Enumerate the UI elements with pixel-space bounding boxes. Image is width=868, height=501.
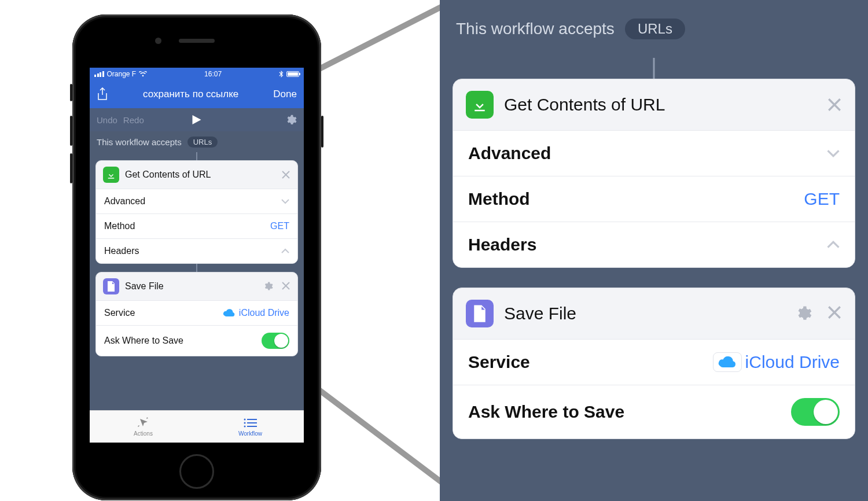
action-card-save-file[interactable]: Save File Service (95, 272, 298, 356)
row-service-zoom[interactable]: Service iCloud Drive (453, 339, 855, 385)
tab-actions[interactable]: Actions (90, 411, 197, 443)
row-ask-where-to-save-zoom[interactable]: Ask Where to Save (453, 385, 855, 439)
row-label: Advanced (104, 196, 145, 207)
iphone-mockup: Orange F 16:07 сохранить (72, 14, 321, 500)
icloud-icon (223, 308, 236, 318)
download-icon (103, 167, 119, 183)
workflow-accepts-bar-zoom[interactable]: This workflow accepts URLs (440, 0, 868, 58)
close-icon[interactable] (827, 305, 842, 322)
action-title: Save File (125, 281, 164, 292)
svg-rect-3 (247, 419, 257, 420)
row-label: Ask Where to Save (468, 402, 624, 422)
home-button[interactable] (179, 454, 214, 489)
carrier-label: Orange F (107, 70, 137, 78)
workflow-canvas: Get Contents of URL Advanced (90, 152, 304, 410)
wifi-icon (139, 71, 147, 77)
action-title: Get Contents of URL (125, 170, 211, 180)
accepts-label: This workflow accepts (456, 20, 615, 38)
icloud-icon (713, 352, 742, 372)
row-label: Advanced (468, 143, 551, 163)
accepts-label: This workflow accepts (97, 137, 182, 147)
svg-rect-5 (247, 426, 257, 427)
editor-toolbar: Undo Redo (90, 108, 304, 131)
accepts-type-pill: URLs (625, 19, 685, 39)
play-button[interactable] (192, 115, 202, 125)
battery-icon (286, 71, 299, 77)
zoom-panel: This workflow accepts URLs Get Contents … (440, 0, 868, 501)
row-headers[interactable]: Headers (96, 238, 297, 263)
row-label: Method (468, 189, 530, 209)
clock-label: 16:07 (204, 70, 222, 78)
action-title: Get Contents of URL (504, 95, 665, 115)
phone-screen: Orange F 16:07 сохранить (90, 68, 304, 443)
row-label: Method (104, 221, 135, 231)
file-icon (103, 278, 119, 294)
service-value: iCloud Drive (745, 352, 840, 372)
nav-bar: сохранить по ссылке Done (90, 80, 304, 108)
row-service[interactable]: Service iCloud Drive (96, 300, 297, 325)
row-ask-where-to-save[interactable]: Ask Where to Save (96, 325, 297, 356)
action-card-save-file-zoom[interactable]: Save File Service (453, 288, 855, 439)
download-icon (466, 91, 494, 119)
gear-icon[interactable] (795, 305, 812, 322)
method-value: GET (270, 221, 289, 231)
share-icon[interactable] (97, 87, 108, 101)
row-label: Headers (104, 246, 139, 256)
workflow-title: сохранить по ссылке (143, 89, 238, 100)
service-value: iCloud Drive (239, 308, 289, 318)
row-method[interactable]: Method GET (96, 213, 297, 238)
svg-point-0 (244, 419, 245, 421)
file-icon (466, 300, 494, 327)
svg-rect-4 (247, 422, 257, 423)
row-method-zoom[interactable]: Method GET (453, 176, 855, 222)
settings-icon[interactable] (285, 114, 297, 126)
tab-label: Actions (134, 430, 153, 437)
signal-icon (94, 71, 104, 77)
row-label: Service (468, 352, 530, 372)
status-bar: Orange F 16:07 (90, 68, 304, 80)
close-icon[interactable] (281, 170, 290, 179)
gear-icon[interactable] (263, 281, 273, 292)
bluetooth-icon (279, 71, 284, 78)
chevron-down-icon (827, 149, 840, 158)
toggle-ask-where-to-save[interactable] (262, 333, 289, 349)
done-button[interactable]: Done (273, 89, 297, 100)
tab-workflow[interactable]: Workflow (197, 411, 304, 443)
chevron-up-icon (281, 248, 289, 254)
chevron-down-icon (281, 198, 289, 204)
row-advanced[interactable]: Advanced (96, 189, 297, 213)
action-card-get-contents-of-url-zoom[interactable]: Get Contents of URL Advanced Method GET (453, 79, 855, 268)
row-label: Headers (468, 235, 536, 255)
svg-point-2 (244, 426, 245, 428)
row-headers-zoom[interactable]: Headers (453, 222, 855, 267)
row-advanced-zoom[interactable]: Advanced (453, 130, 855, 176)
action-card-get-contents-of-url[interactable]: Get Contents of URL Advanced (95, 160, 298, 264)
row-label: Service (104, 308, 135, 318)
workflow-accepts-bar[interactable]: This workflow accepts URLs (90, 131, 304, 152)
svg-point-1 (244, 422, 245, 424)
action-title: Save File (504, 304, 576, 323)
close-icon[interactable] (281, 281, 290, 292)
chevron-up-icon (827, 240, 840, 249)
method-value: GET (804, 189, 840, 209)
accepts-type-pill: URLs (187, 137, 218, 148)
close-icon[interactable] (827, 97, 842, 112)
tab-bar: Actions Workflow (90, 410, 304, 443)
tab-label: Workflow (238, 430, 262, 437)
redo-button[interactable]: Redo (123, 115, 144, 125)
toggle-ask-where-to-save[interactable] (791, 398, 840, 426)
row-label: Ask Where to Save (104, 336, 183, 346)
undo-button[interactable]: Undo (97, 115, 117, 125)
